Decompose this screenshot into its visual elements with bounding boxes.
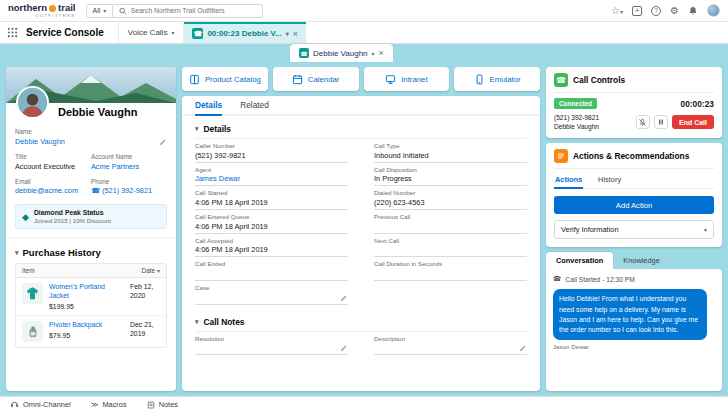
call-controls-panel: ☎ Call Controls Connected 00:00:23 (521)… (546, 67, 722, 138)
action-select[interactable]: Verify Information ▾ (554, 220, 714, 239)
global-search[interactable] (113, 4, 263, 18)
search-input[interactable] (131, 7, 257, 14)
status-badge: Connected (554, 98, 597, 109)
field-label: Phone (91, 178, 167, 187)
help-icon[interactable]: ? (651, 6, 661, 16)
tab-actions[interactable]: Actions (554, 171, 583, 189)
field-value: 4:06 PM 18 April 2019 (195, 222, 268, 231)
field-value: 4:06 PM 18 April 2019 (195, 245, 268, 254)
close-icon[interactable]: × (379, 48, 384, 58)
action-select-value: Verify Information (561, 225, 619, 234)
field-case: Case (195, 281, 348, 305)
email-link[interactable]: debbie@acme.com (15, 186, 91, 197)
account-link[interactable]: Acme Partners (91, 162, 167, 173)
product-price: $199.95 (49, 303, 124, 310)
tab-conversation[interactable]: Conversation (546, 252, 613, 269)
loyalty-status-card: ◆ Diamond Peak Status Joined 2015 | 10% … (15, 204, 167, 229)
macros-button[interactable]: ≫ Macros (91, 400, 127, 409)
field-label: Title (15, 153, 91, 162)
end-call-button[interactable]: End Call (672, 115, 714, 129)
table-row[interactable]: Pivoter Backpack $79.95 Dec 21, 2019 (16, 316, 166, 347)
company-logo: northern trail OUTFITTERS (8, 3, 76, 18)
product-catalog-button[interactable]: Product Catalog (182, 67, 268, 91)
notes-button[interactable]: Notes (147, 400, 178, 409)
tab-history[interactable]: History (597, 171, 622, 188)
favorites-star-icon[interactable]: ☆▾ (611, 6, 623, 16)
omni-channel-button[interactable]: Omni-Channel (10, 400, 71, 409)
details-section-header[interactable]: ▾ Details (195, 118, 527, 139)
actions-panel-title: Actions & Recommendations (573, 151, 689, 161)
field-call-type: Call Type Inbound Initiated (374, 139, 527, 163)
chevron-down-icon[interactable]: ▾ (286, 30, 289, 37)
mute-button[interactable] (636, 115, 650, 129)
chat-message-bubble: Hello Debbie! From what I understand you… (553, 289, 707, 340)
call-controls-title: Call Controls (573, 75, 625, 85)
phone-value: (521) 392-9821 (102, 186, 152, 195)
edit-pencil-icon[interactable] (340, 344, 348, 352)
nav-item-label: Voice Calls (128, 28, 168, 37)
search-scope-value: All (93, 7, 101, 14)
contact-name-link[interactable]: Debbie Vaughn (15, 137, 65, 148)
calendar-icon (292, 74, 303, 85)
product-link[interactable]: Pivoter Backpack (49, 321, 124, 330)
workspace-tab-label: 00:00:23 Debbie V... (207, 29, 281, 38)
logo-tagline: OUTFITTERS (8, 14, 76, 18)
chevron-down-icon[interactable]: ▾ (15, 249, 19, 257)
tab-knowledge[interactable]: Knowledge (613, 252, 670, 269)
caller-number: (521) 392-9821 (554, 113, 599, 122)
table-row[interactable]: Women's Portland Jacket $199.95 Feb 12, … (16, 278, 166, 316)
note-icon (147, 401, 155, 409)
app-launcher-icon[interactable] (0, 22, 24, 43)
chevron-down-icon[interactable]: ▾ (372, 50, 375, 57)
main-content: Debbie Vaughn Name Debbie Vaughn Title A… (0, 62, 728, 396)
global-header: northern trail OUTFITTERS All ▾ ☆▾ + ? ⚙ (0, 0, 728, 22)
quick-actions-row: Product Catalog Calendar Intranet Emulat… (182, 67, 540, 91)
product-link[interactable]: Women's Portland Jacket (49, 283, 124, 301)
contact-title-value: Account Executive (15, 162, 91, 173)
mobile-device-icon (474, 74, 485, 85)
call-started-text: Call Started - 12:30 PM (565, 276, 635, 283)
pause-icon (657, 118, 665, 126)
calendar-button[interactable]: Calendar (273, 67, 359, 91)
column-header-item[interactable]: Item (22, 267, 35, 274)
subtab-debbie-vaughn[interactable]: ☎ Debbie Vaughn ▾ × (290, 44, 393, 62)
edit-pencil-icon[interactable] (519, 344, 527, 352)
notifications-bell-icon[interactable] (688, 6, 698, 16)
headset-icon (10, 400, 19, 409)
mic-mute-icon (638, 118, 647, 127)
contact-phone-field: Phone ☎ (521) 392-9821 (91, 178, 167, 198)
workspace-tab-active-call[interactable]: ☎ 00:00:23 Debbie V... ▾ × (184, 22, 306, 43)
app-name: Service Console (24, 22, 118, 43)
close-icon[interactable]: × (293, 29, 298, 39)
emulator-button[interactable]: Emulator (454, 67, 540, 91)
phone-link[interactable]: ☎ (521) 392-9821 (91, 186, 167, 197)
agent-link[interactable]: James Dewar (195, 174, 240, 183)
purchase-date: Dec 21, 2019 (130, 321, 160, 339)
subtab-label: Debbie Vaughn (313, 49, 368, 58)
column-header-date[interactable]: Date ▾ (141, 267, 160, 274)
nav-item-voice-calls[interactable]: Voice Calls ▾ (118, 22, 185, 43)
add-action-button[interactable]: Add Action (554, 196, 714, 214)
setup-gear-icon[interactable]: ⚙ (670, 6, 679, 16)
field-call-disposition: Call Disposition In Progress (374, 163, 527, 187)
logo-word2: trail (58, 3, 75, 13)
intranet-button[interactable]: Intranet (364, 67, 450, 91)
hold-button[interactable] (654, 115, 668, 129)
loyalty-status-detail: Joined 2015 | 10% Discount (34, 217, 111, 224)
search-scope-dropdown[interactable]: All ▾ (86, 4, 114, 18)
tab-details[interactable]: Details (195, 100, 222, 116)
quick-action-label: Calendar (308, 75, 340, 84)
call-notes-section-header[interactable]: ▾ Call Notes (195, 311, 527, 332)
utility-label: Omni-Channel (23, 400, 71, 409)
chevron-down-icon[interactable]: ▾ (171, 29, 174, 36)
edit-pencil-icon[interactable] (340, 294, 348, 302)
voice-call-record-card: Details Related ▾ Details Caller Number … (182, 96, 540, 391)
user-avatar[interactable] (707, 4, 720, 17)
edit-pencil-icon[interactable] (159, 138, 167, 146)
phone-icon: ☎ (91, 186, 100, 195)
console-navbar: Service Console Voice Calls ▾ ☎ 00:00:23… (0, 22, 728, 44)
chat-message-sender: Jason Dewar (553, 343, 715, 350)
tab-related[interactable]: Related (240, 100, 269, 114)
subtab-row: ☎ Debbie Vaughn ▾ × (0, 44, 728, 62)
global-actions-icon[interactable]: + (632, 6, 642, 16)
